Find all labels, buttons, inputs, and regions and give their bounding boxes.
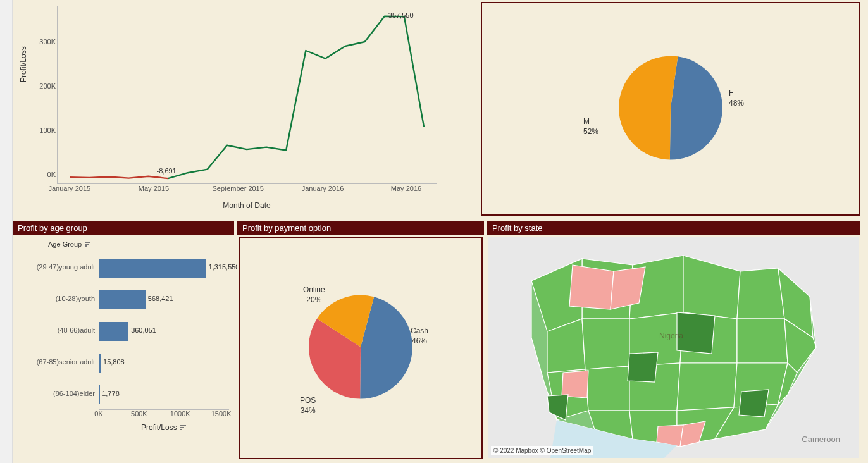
line-annotation: 357,550 <box>388 11 414 19</box>
map-svg <box>488 237 859 458</box>
sort-desc-icon[interactable] <box>180 424 187 433</box>
y-tick: 300K <box>30 38 56 46</box>
svg-rect-2 <box>85 245 87 247</box>
bar-track: 360,051 <box>99 318 229 342</box>
bar-row[interactable]: (29-47)young adult1,315,550 <box>18 251 229 283</box>
pie-slice-label: POS34% <box>300 396 316 416</box>
state-map[interactable]: Nigeria Cameroon © 2022 Mapbox © OpenStr… <box>488 237 859 458</box>
panel-title: Profit by state <box>487 221 860 235</box>
country-label-cameroon: Cameroon <box>802 435 840 444</box>
line-svg <box>57 6 437 183</box>
age-x-axis: 0K 500K 1000K 1500K <box>99 409 229 421</box>
x-axis-label: Month of Date <box>57 201 437 210</box>
bar-value: 568,421 <box>148 295 173 302</box>
bar-value: 1,778 <box>102 390 120 397</box>
bar-category: (48-66)adult <box>18 326 99 334</box>
bar-track: 1,315,550 <box>99 255 229 279</box>
category-header: Age Group <box>18 238 229 251</box>
x-tick: 0K <box>94 410 102 417</box>
y-axis: 0K 100K 200K 300K <box>32 6 57 183</box>
profit-by-age-panel[interactable]: Profit by age group Age Group (29-47)you… <box>13 221 234 462</box>
payment-pie <box>307 293 414 403</box>
bar-row[interactable]: (86-104)elder1,778 <box>18 378 229 409</box>
dashboard: Profit/Loss 0K 100K 200K 300K January 20… <box>13 0 868 463</box>
x-tick: January 2015 <box>48 185 90 192</box>
svg-rect-0 <box>85 242 90 243</box>
x-tick: 500K <box>131 410 147 417</box>
bar-track: 15,808 <box>99 350 229 374</box>
bar-track: 1,778 <box>99 381 229 405</box>
panel-title: Profit by age group <box>13 221 234 235</box>
x-axis-border <box>57 183 437 184</box>
profit-by-payment-panel[interactable]: Profit by payment option Cash46%POS34%On… <box>237 221 484 462</box>
country-label-nigeria: Nigeria <box>659 331 683 340</box>
svg-rect-4 <box>180 427 184 428</box>
bar-value: 360,051 <box>131 326 156 334</box>
x-tick: 1000K <box>170 410 190 417</box>
bar-category: (29-47)young adult <box>18 263 99 271</box>
payment-pie-body: Cash46%POS34%Online20% <box>239 237 483 459</box>
x-tick: May 2016 <box>391 185 421 192</box>
bar-fill <box>99 259 206 278</box>
bar-value: 15,808 <box>103 358 125 366</box>
bar-category: (67-85)senior adult <box>18 358 99 366</box>
x-tick: 1500K <box>211 410 232 417</box>
profit-by-state-panel[interactable]: Profit by state <box>487 221 860 462</box>
bar-fill <box>99 290 146 309</box>
svg-rect-5 <box>180 429 182 430</box>
x-tick: September 2015 <box>213 185 264 192</box>
profit-loss-line-panel[interactable]: Profit/Loss 0K 100K 200K 300K January 20… <box>13 0 478 218</box>
y-tick: 200K <box>30 82 56 90</box>
pie-slice-label: M52% <box>583 117 598 137</box>
panel-title: Profit by payment option <box>237 221 484 235</box>
bar-track: 568,421 <box>99 287 229 311</box>
category-header-label: Age Group <box>48 240 82 248</box>
bar-fill <box>99 322 128 341</box>
x-tick: May 2015 <box>139 185 169 192</box>
bar-row[interactable]: (67-85)senior adult15,808 <box>18 346 229 378</box>
gender-pie <box>617 54 724 164</box>
svg-rect-3 <box>180 425 186 426</box>
bar-row[interactable]: (10-28)youth568,421 <box>18 283 229 314</box>
bar-value: 1,315,550 <box>209 263 240 271</box>
sort-desc-icon[interactable] <box>85 241 91 249</box>
bar-category: (10-28)youth <box>18 295 99 302</box>
age-x-label: Profit/Loss <box>99 421 229 433</box>
y-axis-label: Profit/Loss <box>19 46 28 82</box>
bar-category: (86-104)elder <box>18 390 99 397</box>
y-tick: 100K <box>30 127 56 134</box>
app-sidebar-stub <box>0 0 13 463</box>
bar-row[interactable]: (48-66)adult360,051 <box>18 314 229 346</box>
y-tick: 0K <box>30 171 56 178</box>
svg-rect-1 <box>85 244 89 245</box>
gender-pie-panel[interactable]: M52%F48% <box>481 2 860 216</box>
pie-slice-label: F48% <box>729 89 744 108</box>
bar-fill <box>99 354 101 373</box>
map-attribution: © 2022 Mapbox © OpenStreetMap <box>491 446 593 455</box>
pie-slice-label: Online20% <box>303 285 325 305</box>
line-annotation: -8,691 <box>157 167 177 175</box>
x-tick: January 2016 <box>302 185 344 192</box>
pie-slice-label: Cash46% <box>411 326 428 346</box>
x-axis: January 2015 May 2015 September 2015 Jan… <box>57 185 437 197</box>
